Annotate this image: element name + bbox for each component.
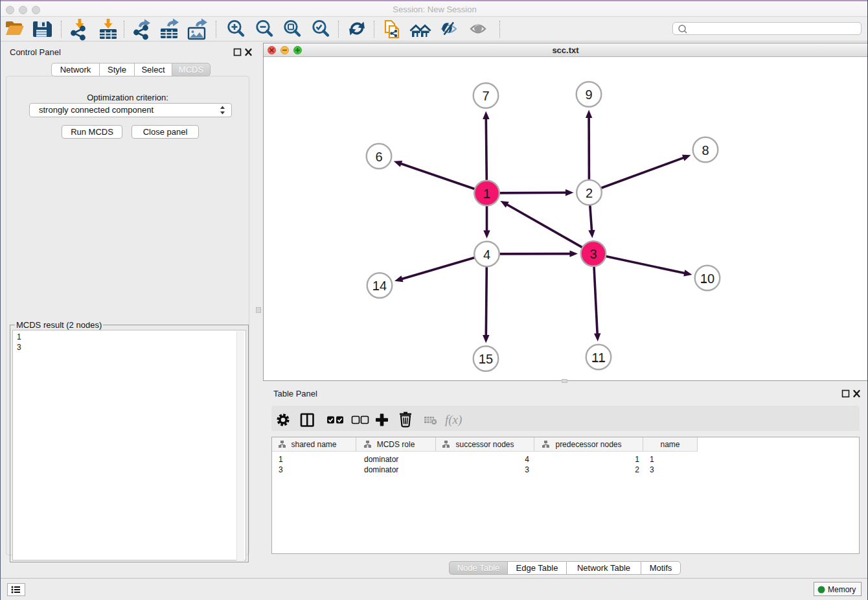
svg-text:7: 7 (482, 89, 489, 103)
svg-text:14: 14 (372, 279, 387, 293)
svg-text:2: 2 (586, 186, 593, 200)
svg-text:1: 1 (483, 187, 490, 201)
svg-text:11: 11 (592, 351, 606, 365)
svg-text:3: 3 (589, 247, 597, 261)
svg-text:8: 8 (702, 143, 709, 157)
svg-text:f(x): f(x) (445, 413, 462, 427)
svg-text:15: 15 (479, 352, 493, 366)
svg-text:9: 9 (585, 87, 592, 102)
svg-text:6: 6 (375, 150, 382, 164)
svg-text:4: 4 (483, 248, 490, 262)
svg-text:10: 10 (700, 271, 714, 286)
